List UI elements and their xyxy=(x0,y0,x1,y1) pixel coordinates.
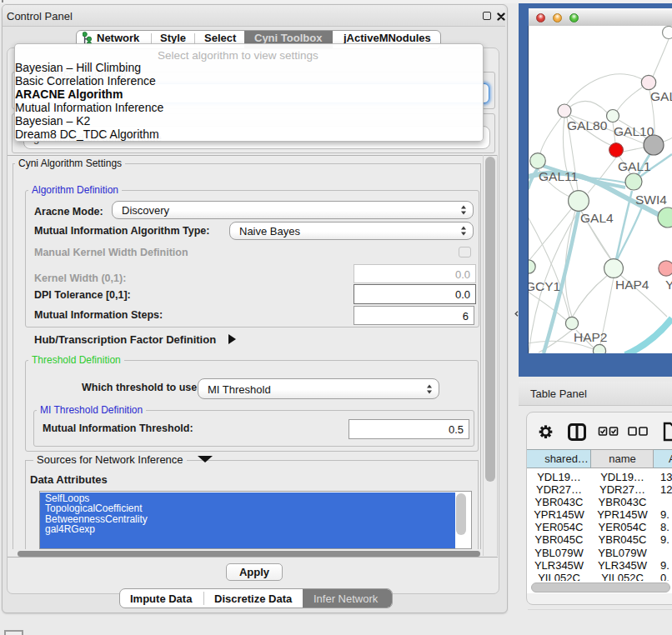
svg-text:GAL10: GAL10 xyxy=(614,124,654,138)
svg-text:GAL11: GAL11 xyxy=(539,169,578,183)
svg-text:GAL4: GAL4 xyxy=(580,211,614,225)
svg-text:SWI4: SWI4 xyxy=(635,192,667,207)
svg-text:GCY1: GCY1 xyxy=(529,279,560,293)
svg-text:HAP2: HAP2 xyxy=(574,330,608,344)
svg-text:GAL: GAL xyxy=(650,89,672,103)
svg-text:GAL80: GAL80 xyxy=(567,118,608,132)
svg-text:GAL1: GAL1 xyxy=(618,159,651,173)
svg-text:HAP4: HAP4 xyxy=(615,278,649,292)
svg-text:Y: Y xyxy=(665,278,672,292)
